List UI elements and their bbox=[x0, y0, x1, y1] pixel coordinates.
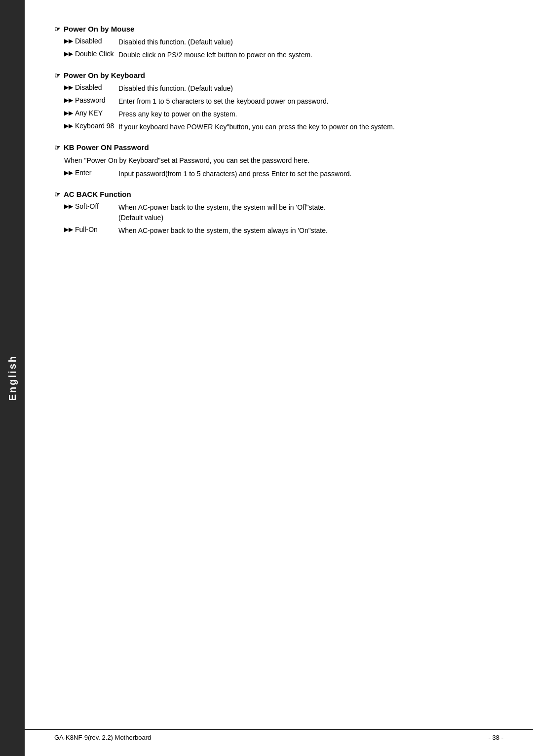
keyboard-item-password: ▶▶ Password Enter from 1 to 5 characters… bbox=[54, 96, 503, 107]
sidebar-label: English bbox=[7, 355, 18, 401]
keyboard-item-any-key: ▶▶ Any KEY Press any key to power on the… bbox=[54, 109, 503, 119]
phone-icon-ac-back: ☞ bbox=[54, 190, 61, 198]
sidebar: English bbox=[0, 0, 25, 756]
keyboard-item-disabled: ▶▶ Disabled Disabled this function. (Def… bbox=[54, 83, 503, 94]
arrow-soft-off: ▶▶ bbox=[64, 203, 73, 210]
keyboard-key-any-key: ▶▶ Any KEY bbox=[64, 109, 118, 119]
mouse-value-disabled: Disabled this function. (Default value) bbox=[118, 37, 503, 47]
ac-back-value-full-on: When AC-power back to the system, the sy… bbox=[118, 226, 503, 236]
ac-back-key-full-on: ▶▶ Full-On bbox=[64, 226, 118, 236]
kb-password-key-enter: ▶▶ Enter bbox=[64, 169, 118, 179]
section-heading-ac-back: AC BACK Function bbox=[64, 190, 131, 198]
keyboard-value-any-key: Press any key to power on the system. bbox=[118, 109, 503, 119]
arrow-any-key: ▶▶ bbox=[64, 110, 73, 116]
mouse-value-double-click: Double click on PS/2 mouse left button t… bbox=[118, 50, 503, 60]
mouse-item-double-click: ▶▶ Double Click Double click on PS/2 mou… bbox=[54, 50, 503, 60]
section-title-mouse: ☞ Power On by Mouse bbox=[54, 25, 503, 33]
arrow-keyboard-password: ▶▶ bbox=[64, 97, 73, 104]
phone-icon-mouse: ☞ bbox=[54, 25, 61, 33]
section-heading-mouse: Power On by Mouse bbox=[64, 25, 134, 33]
keyboard-value-disabled: Disabled this function. (Default value) bbox=[118, 83, 503, 94]
phone-icon-kb-password: ☞ bbox=[54, 144, 61, 151]
phone-icon-keyboard: ☞ bbox=[54, 72, 61, 79]
ac-back-item-full-on: ▶▶ Full-On When AC-power back to the sys… bbox=[54, 226, 503, 236]
mouse-key-disabled: ▶▶ Disabled bbox=[64, 37, 118, 47]
section-power-on-keyboard: ☞ Power On by Keyboard ▶▶ Disabled Disab… bbox=[54, 71, 503, 132]
kb-password-value-enter: Input password(from 1 to 5 characters) a… bbox=[118, 169, 503, 179]
section-power-on-mouse: ☞ Power On by Mouse ▶▶ Disabled Disabled… bbox=[54, 25, 503, 60]
arrow-enter: ▶▶ bbox=[64, 169, 73, 176]
section-kb-power-password: ☞ KB Power ON Password When "Power On by… bbox=[54, 143, 503, 179]
ac-back-value-soft-off: When AC-power back to the system, the sy… bbox=[118, 202, 503, 223]
section-ac-back: ☞ AC BACK Function ▶▶ Soft-Off When AC-p… bbox=[54, 190, 503, 236]
footer: GA-K8NF-9(rev. 2.2) Motherboard - 38 - bbox=[25, 729, 533, 741]
kb-password-note: When "Power On by Keyboard"set at Passwo… bbox=[54, 155, 503, 166]
keyboard-value-kb98: If your keyboard have POWER Key"button, … bbox=[118, 122, 503, 132]
arrow-disabled-mouse: ▶▶ bbox=[64, 38, 73, 44]
section-title-ac-back: ☞ AC BACK Function bbox=[54, 190, 503, 198]
ac-back-key-soft-off: ▶▶ Soft-Off bbox=[64, 202, 118, 223]
arrow-full-on: ▶▶ bbox=[64, 226, 73, 233]
main-content: ☞ Power On by Mouse ▶▶ Disabled Disabled… bbox=[25, 0, 533, 756]
section-heading-kb-password: KB Power ON Password bbox=[64, 143, 149, 151]
keyboard-value-password: Enter from 1 to 5 characters to set the … bbox=[118, 96, 503, 107]
keyboard-key-disabled: ▶▶ Disabled bbox=[64, 83, 118, 94]
footer-model: GA-K8NF-9(rev. 2.2) Motherboard bbox=[54, 734, 151, 741]
keyboard-key-kb98: ▶▶ Keyboard 98 bbox=[64, 122, 118, 132]
section-heading-keyboard: Power On by Keyboard bbox=[64, 71, 145, 79]
section-title-kb-password: ☞ KB Power ON Password bbox=[54, 143, 503, 151]
arrow-kb98: ▶▶ bbox=[64, 122, 73, 129]
section-title-keyboard: ☞ Power On by Keyboard bbox=[54, 71, 503, 79]
mouse-item-disabled: ▶▶ Disabled Disabled this function. (Def… bbox=[54, 37, 503, 47]
arrow-keyboard-disabled: ▶▶ bbox=[64, 84, 73, 91]
footer-page: - 38 - bbox=[489, 734, 503, 741]
kb-password-item-enter: ▶▶ Enter Input password(from 1 to 5 char… bbox=[54, 169, 503, 179]
ac-back-item-soft-off: ▶▶ Soft-Off When AC-power back to the sy… bbox=[54, 202, 503, 223]
keyboard-item-kb98: ▶▶ Keyboard 98 If your keyboard have POW… bbox=[54, 122, 503, 132]
arrow-double-click: ▶▶ bbox=[64, 50, 73, 57]
keyboard-key-password: ▶▶ Password bbox=[64, 96, 118, 107]
mouse-key-double-click: ▶▶ Double Click bbox=[64, 50, 118, 60]
